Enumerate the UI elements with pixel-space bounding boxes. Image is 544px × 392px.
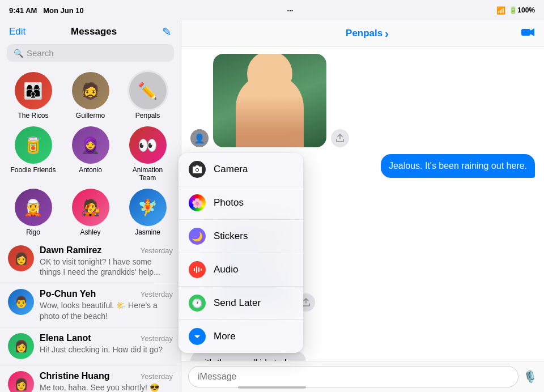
chevron-right-icon: › [385,27,389,40]
avatar-jasmine: 🧚 [129,189,167,226]
conv-item-pochun[interactable]: 👨 Po-Chun Yeh Yesterday Wow, looks beaut… [0,283,181,327]
more-icon [189,328,206,345]
pinned-item-penpals[interactable]: ✏️ Penpals [124,72,172,120]
avatar-antonio: 🧕 [72,126,109,164]
svg-rect-7 [201,269,202,271]
conv-content-christine: Christine Huang Yesterday Me too, haha. … [40,371,173,392]
conv-preview-elena: Hi! Just checking in. How did it go? [40,344,173,355]
pinned-item-foodie[interactable]: 🥫 Foodie Friends [9,126,57,182]
avatar-guillermo: 🧔 [72,72,109,109]
pinned-item-jasmine[interactable]: 🧚 Jasmine [124,189,172,236]
compose-button[interactable]: ✎ [162,25,172,39]
sidebar-title: Messages [71,26,117,37]
stickers-label: Stickers [214,231,248,242]
conv-name-pochun: Po-Chun Yeh [40,289,96,299]
avatar-foodie: 🥫 [15,126,52,164]
pinned-item-guillermo[interactable]: 🧔 Guillermo [66,72,114,120]
pinned-item-animation[interactable]: 👀 Animation Team [124,126,172,182]
conv-content-elena: Elena Lanot Yesterday Hi! Just checking … [40,333,173,355]
avatar-christine: 👩 [8,371,34,392]
wifi-icon: 📶 [496,6,505,15]
popup-item-stickers[interactable]: 🌙 Stickers [178,220,303,253]
popup-item-audio[interactable]: Audio [178,253,303,287]
sendlater-icon: 🕐 [189,295,206,312]
conv-item-christine[interactable]: 👩 Christine Huang Yesterday Me too, haha… [0,365,181,392]
avatar-pochun: 👨 [8,289,34,315]
conv-item-elena[interactable]: 👩 Elena Lanot Yesterday Hi! Just checkin… [0,327,181,365]
imessage-input[interactable] [188,366,518,387]
search-placeholder: Search [27,48,54,58]
popup-item-sendlater[interactable]: 🕐 Send Later [178,287,303,320]
pinned-row-3: 🧝 Rigo 🧑‍🎤 Ashley 🧚 Jasmine [0,185,181,240]
microphone-button[interactable]: 🎙️ [523,370,537,384]
conv-time-christine: Yesterday [141,372,173,381]
audio-label: Audio [214,264,238,275]
conv-preview-pochun: Wow, looks beautiful. 🌤️ Here's a photo … [40,300,173,321]
conv-name-christine: Christine Huang [40,371,110,381]
stickers-icon: 🌙 [189,228,206,245]
avatar-ricos: 👩‍👩‍👦 [15,72,52,109]
conv-top-dawn: Dawn Ramirez Yesterday [40,245,173,255]
pinned-item-rigo[interactable]: 🧝 Rigo [9,189,57,236]
search-icon: 🔍 [14,49,23,58]
svg-rect-5 [196,266,197,273]
conv-time-pochun: Yesterday [141,290,173,299]
conv-time-dawn: Yesterday [141,246,173,255]
status-bar: 9:41 AM Mon Jun 10 ··· 📶 🔋 100% [0,0,544,20]
label-ricos: The Ricos [18,112,48,120]
audio-icon [189,261,206,278]
label-penpals: Penpals [135,112,160,120]
popup-item-photos[interactable]: 🌸 Photos [178,186,303,220]
pinned-item-antonio[interactable]: 🧕 Antonio [66,126,114,182]
status-time: 9:41 AM Mon Jun 10 [9,6,84,15]
photos-icon: 🌸 [189,194,206,211]
conv-preview-dawn: OK to visit tonight? I have some things … [40,257,173,277]
conv-content-dawn: Dawn Ramirez Yesterday OK to visit tonig… [40,245,173,277]
popup-item-more[interactable]: More [178,320,303,353]
pinned-item-ashley[interactable]: 🧑‍🎤 Ashley [66,189,114,236]
pinned-row-1: 👩‍👩‍👦 The Ricos 🧔 Guillermo ✏️ Penpals [0,69,181,123]
search-bar[interactable]: 🔍 Search [7,44,174,62]
chat-title[interactable]: Penpals › [346,27,389,40]
bubble-outgoing-1: Jealous. It's been raining out here. [381,154,535,178]
pinned-contacts: 👩‍👩‍👦 The Ricos 🧔 Guillermo ✏️ Penpals 🥫… [0,66,181,240]
conv-top-christine: Christine Huang Yesterday [40,371,173,381]
chat-input-area: 🎙️ [181,361,544,392]
svg-marker-1 [530,28,534,36]
label-animation: Animation Team [124,166,172,182]
conv-item-dawn[interactable]: 👩 Dawn Ramirez Yesterday OK to visit ton… [0,240,181,283]
avatar-animation: 👀 [129,126,167,164]
more-label: More [214,331,236,342]
svg-rect-0 [521,29,530,36]
share-button-1[interactable] [331,129,349,147]
label-rigo: Rigo [26,228,40,236]
label-antonio: Antonio [79,166,102,174]
avatar-dawn: 👩 [8,245,34,271]
camera-icon [189,161,206,178]
avatar-penpals: ✏️ [129,72,167,109]
chat-title-text: Penpals [346,28,382,39]
status-dots: ··· [287,6,294,15]
pinned-item-ricos[interactable]: 👩‍👩‍👦 The Ricos [9,72,57,120]
conv-top-elena: Elena Lanot Yesterday [40,333,173,343]
home-indicator [238,386,306,389]
conv-name-dawn: Dawn Ramirez [40,245,101,255]
sidebar: Edit Messages ✎ 🔍 Search 👩‍👩‍👦 The Ricos… [0,20,181,392]
avatar-ashley: 🧑‍🎤 [72,189,109,226]
avatar-elena: 👩 [8,333,34,359]
conv-name-elena: Elena Lanot [40,333,91,343]
edit-button[interactable]: Edit [9,26,26,37]
popup-item-camera[interactable]: Camera [178,153,303,186]
msg-photo-row-1: 👤 [190,54,535,147]
conv-content-pochun: Po-Chun Yeh Yesterday Wow, looks beautif… [40,289,173,321]
pinned-row-2: 🥫 Foodie Friends 🧕 Antonio 👀 Animation T… [0,123,181,185]
avatar-rigo: 🧝 [15,189,52,226]
conv-preview-christine: Me too, haha. See you shortly! 😎 [40,382,173,392]
label-foodie: Foodie Friends [10,166,56,174]
video-call-button[interactable] [521,26,535,41]
popup-menu: Camera 🌸 Photos 🌙 Stickers Audio 🕐 Send … [178,153,303,353]
status-indicators: 📶 🔋 100% [496,6,535,15]
label-jasmine: Jasmine [135,228,160,236]
battery-icon: 🔋 100% [509,6,535,14]
conv-top-pochun: Po-Chun Yeh Yesterday [40,289,173,299]
